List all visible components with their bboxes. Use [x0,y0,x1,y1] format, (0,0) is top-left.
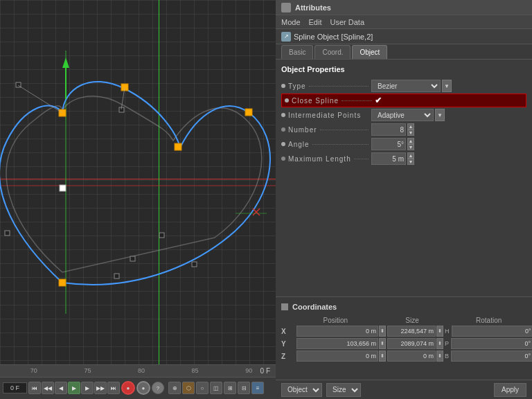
y-position-arrows[interactable]: ⬍ [379,338,386,349]
x-size-field: ⬍ [387,326,443,337]
angle-input[interactable] [371,138,406,150]
tool-btn-5[interactable]: ⊞ [224,382,236,394]
x-rotation-field: H ⬍ [445,326,532,337]
z-size-field: ⬍ [387,351,443,362]
menu-mode[interactable]: Mode [281,18,301,26]
p-rotation-input[interactable] [451,338,532,349]
tool-btn-3[interactable]: ○ [196,382,209,394]
y-position-field: ⬍ [296,338,386,349]
size-select[interactable]: Size [326,383,361,397]
menu-edit[interactable]: Edit [309,18,322,26]
go-start-button[interactable]: ⏮ [28,382,41,394]
h-rotation-input[interactable] [452,326,533,337]
intermediate-points-arrow[interactable]: ▼ [435,109,445,121]
intermediate-points-value: Adaptive ▼ [371,109,445,121]
coords-icon [281,303,288,310]
mode-select[interactable]: Object [281,383,322,397]
next-frame-button[interactable]: ▶▶ [94,382,107,394]
tab-basic[interactable]: Basic [281,45,313,59]
b-rotation-input[interactable] [451,351,532,362]
spline-icon: ↗ [281,32,291,42]
ruler-mark-75: 75 [61,367,115,374]
angle-dots [312,144,369,145]
intermediate-points-dot [281,113,285,117]
z-position-input[interactable] [296,351,378,362]
y-position-input[interactable] [296,338,378,349]
type-select[interactable]: Bezier [371,80,441,92]
number-up[interactable]: ▲ [407,123,414,130]
angle-spinner: ▲ ▼ [407,138,414,150]
number-down[interactable]: ▼ [407,130,414,136]
col-rotation: Rotation [451,317,526,324]
max-length-dot [281,157,285,161]
y-size-arrows[interactable]: ⬍ [436,338,443,349]
property-type: Type Bezier ▼ [281,79,526,93]
object-path: ↗ Spline Object [Spline,2] [276,29,532,44]
z-position-field: ⬍ [296,351,386,362]
number-input[interactable] [371,123,406,136]
svg-rect-6 [245,109,252,116]
max-length-up[interactable]: ▲ [407,152,414,159]
x-position-input[interactable] [296,326,378,337]
type-select-arrow[interactable]: ▼ [442,80,452,92]
angle-down[interactable]: ▼ [407,144,414,150]
frame-input[interactable] [3,382,27,393]
ruler-mark-85: 85 [168,367,222,374]
properties-section: Object Properties Type Bezier ▼ [276,60,532,296]
record-button[interactable]: ● [121,381,135,395]
prev-frame-button[interactable]: ◀◀ [42,382,54,394]
angle-dot [281,142,285,146]
z-size-input[interactable] [387,351,436,362]
max-length-dots [354,159,369,159]
svg-marker-18 [62,57,69,68]
close-spline-dot [285,98,289,103]
y-size-input[interactable] [387,338,436,349]
type-value: Bezier ▼ [371,80,452,92]
y-rotation-field: P ⬍ [445,338,532,349]
max-length-spinner: ▲ ▼ [407,152,414,165]
tool-btn-7[interactable]: ≡ [251,382,264,394]
intermediate-points-label: Intermediate Points [281,112,371,119]
tool-btn-4[interactable]: ◫ [210,382,222,394]
x-size-input[interactable] [387,326,436,337]
tool-btn-1[interactable]: ⊕ [168,382,181,394]
attributes-icon [281,3,291,12]
menu-user-data[interactable]: User Data [330,18,365,26]
svg-rect-10 [192,262,197,267]
question-button[interactable]: ? [152,382,164,394]
apply-button[interactable]: Apply [494,383,526,397]
ruler-mark-70: 70 [7,367,61,374]
angle-up[interactable]: ▲ [407,138,414,144]
max-length-input[interactable] [371,152,406,165]
play-button[interactable]: ▶ [68,382,80,394]
max-length-down[interactable]: ▼ [407,159,414,165]
intermediate-points-label-text: Intermediate Points [288,112,361,119]
action-bar: Object Size Apply [276,380,532,399]
x-size-arrows[interactable]: ⬍ [436,326,443,337]
step-back-button[interactable]: ◀ [55,382,67,394]
x-position-arrows[interactable]: ⬍ [379,326,386,337]
z-position-arrows[interactable]: ⬍ [379,351,386,362]
tab-coord[interactable]: Coord. [314,45,351,59]
frame-indicator: 0 F [260,367,270,375]
right-panel: Attributes Mode Edit User Data ↗ Spline … [276,0,532,399]
auto-key-button[interactable]: ● [136,381,150,395]
tool-btn-2[interactable]: ⬡ [182,382,195,394]
z-size-arrows[interactable]: ⬍ [436,351,443,362]
attributes-title: Attributes [295,3,331,12]
coords-title: Coordinates [292,303,337,311]
menu-bar: Mode Edit User Data [276,15,532,29]
number-spinner: ▲ ▼ [407,123,414,136]
svg-rect-5 [175,143,181,150]
go-end-button[interactable]: ⏭ [107,382,120,394]
tool-btn-6[interactable]: ⊟ [238,382,250,394]
step-forward-button[interactable]: ▶ [81,382,94,394]
tab-object[interactable]: Object [352,45,387,59]
number-label-text: Number [288,126,317,134]
close-spline-checkbox[interactable]: ✔ [375,96,382,105]
intermediate-points-select[interactable]: Adaptive [371,109,434,121]
b-label: B [445,353,449,360]
angle-label: Angle [281,141,371,148]
viewport[interactable]: 70 75 80 85 90 0 F ⏮ ◀◀ ◀ ▶ ▶ ▶▶ ⏭ [0,0,276,399]
transport-buttons: ⏮ ◀◀ ◀ ▶ ▶ ▶▶ ⏭ [28,382,120,394]
